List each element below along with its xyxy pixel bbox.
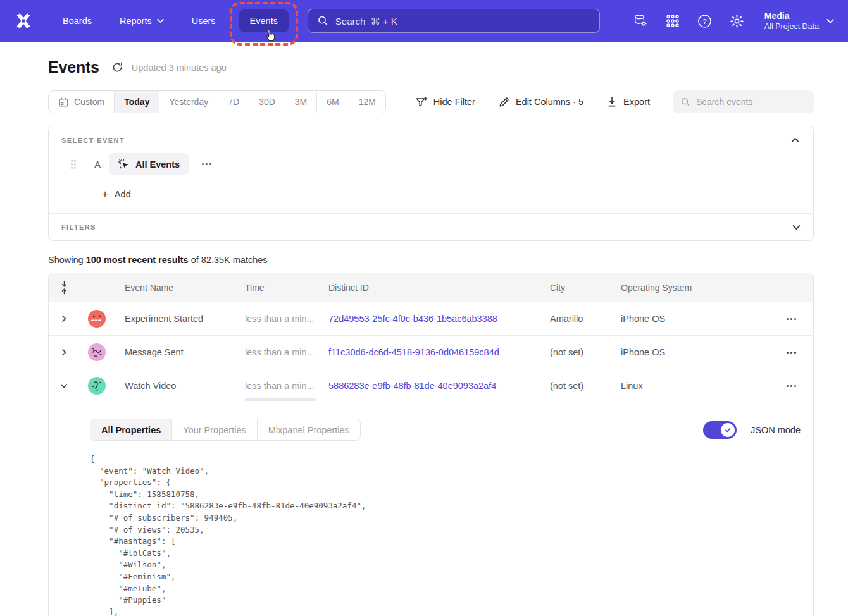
os-cell: iPhone OS [611, 314, 750, 324]
chevron-down-icon [157, 18, 164, 23]
date-range-custom[interactable]: Custom [49, 91, 115, 113]
os-cell: Linux [611, 381, 750, 391]
event-row-letter: A [92, 159, 103, 169]
hide-filter-label: Hide Filter [433, 97, 475, 107]
apps-grid-icon[interactable] [665, 13, 680, 28]
table-row-expanded: Watch Video less than a min... 5886283e-… [49, 369, 813, 402]
date-range-label: 12M [359, 97, 376, 107]
row-more-options-button[interactable] [786, 385, 813, 388]
column-header-distinct-id[interactable]: Distinct ID [318, 283, 540, 293]
chevron-down-icon [60, 382, 68, 390]
top-navbar: Boards Reports Users Events [0, 0, 848, 42]
search-events-input[interactable] [696, 97, 806, 107]
add-event-button[interactable]: + Add [102, 188, 801, 200]
page-title: Events [48, 58, 99, 77]
event-more-options-button[interactable] [199, 160, 215, 168]
export-button[interactable]: Export [606, 96, 650, 108]
results-count: 100 most recent results [86, 255, 189, 265]
cursor-click-icon [118, 158, 130, 170]
ellipsis-icon [786, 385, 797, 388]
results-suffix: of 82.35K matches [189, 255, 268, 265]
ellipsis-icon [786, 317, 797, 321]
time-cell: less than a min... [235, 302, 318, 335]
collapse-select-event-button[interactable] [790, 136, 801, 144]
column-header-os[interactable]: Operating System [611, 283, 750, 293]
drag-handle-icon[interactable] [70, 159, 77, 169]
chevron-right-icon [60, 315, 68, 323]
row-more-options-button[interactable] [786, 317, 813, 321]
date-range-7d[interactable]: 7D [218, 91, 249, 113]
json-mode-toggle[interactable] [703, 421, 737, 439]
tab-mixpanel-properties[interactable]: Mixpanel Properties [258, 419, 360, 440]
search-icon [318, 15, 328, 27]
search-icon [681, 97, 690, 108]
date-range-3m[interactable]: 3M [285, 91, 317, 113]
row-more-options-button[interactable] [786, 351, 813, 354]
events-table: Event Name Time Distinct ID City Operati… [48, 273, 814, 616]
expand-row-button[interactable] [49, 315, 79, 323]
expand-row-button[interactable] [49, 348, 79, 356]
help-icon[interactable]: ? [697, 13, 713, 28]
sort-order-button[interactable] [49, 281, 79, 295]
data-management-icon[interactable] [633, 13, 648, 28]
table-row: Message Sent less than a min... f11c30d6… [49, 335, 813, 369]
city-cell: (not set) [540, 347, 611, 357]
project-name: Media [764, 10, 819, 22]
results-summary: Showing 100 most recent results of 82.35… [48, 255, 814, 265]
column-header-time[interactable]: Time [235, 283, 318, 293]
refresh-button[interactable] [112, 62, 123, 73]
date-range-yesterday[interactable]: Yesterday [159, 91, 218, 113]
chevron-down-icon [826, 18, 834, 24]
nav-item-label: Users [192, 16, 216, 26]
column-header-city[interactable]: City [540, 283, 611, 293]
global-search-input[interactable] [335, 16, 590, 27]
table-header-row: Event Name Time Distinct ID City Operati… [49, 273, 813, 302]
date-range-label: Yesterday [169, 97, 208, 107]
event-json-viewer[interactable]: { "event": "Watch Video", "properties": … [90, 453, 801, 616]
event-detail-panel: All Properties Your Properties Mixpanel … [49, 402, 813, 616]
tab-your-properties[interactable]: Your Properties [172, 419, 257, 440]
date-range-label: 7D [228, 97, 239, 107]
search-events-field[interactable] [673, 90, 814, 113]
date-range-30d[interactable]: 30D [249, 91, 285, 113]
edit-columns-button[interactable]: Edit Columns · 5 [498, 96, 583, 108]
city-cell: Amarillo [540, 314, 611, 324]
horizontal-scrollbar[interactable] [245, 398, 316, 401]
select-event-label: SELECT EVENT [61, 137, 125, 144]
results-prefix: Showing [48, 255, 86, 265]
check-icon [724, 426, 732, 434]
os-cell: iPhone OS [611, 347, 750, 357]
project-scope: All Project Data [764, 22, 819, 32]
date-range-control: Custom Today Yesterday 7D 30D 3M 6M 12M [48, 90, 386, 113]
global-search[interactable] [308, 9, 600, 33]
settings-gear-icon[interactable] [730, 13, 745, 28]
hide-filter-button[interactable]: Hide Filter [415, 96, 475, 108]
properties-tabs: All Properties Your Properties Mixpanel … [90, 419, 361, 441]
filters-section-toggle[interactable]: FILTERS [49, 214, 813, 240]
nav-item-boards[interactable]: Boards [52, 9, 103, 32]
distinct-id-link[interactable]: 72d49553-25fc-4f0c-b436-1b5ac6ab3388 [328, 314, 497, 324]
collapse-row-button[interactable] [49, 382, 79, 390]
nav-item-label: Reports [120, 16, 152, 26]
date-range-today[interactable]: Today [115, 91, 159, 113]
distinct-id-link[interactable]: 5886283e-e9fb-48fb-81de-40e9093a2af4 [328, 381, 496, 391]
event-selector-pill[interactable]: All Events [109, 153, 189, 175]
plus-icon: + [102, 188, 108, 200]
date-range-6m[interactable]: 6M [317, 91, 349, 113]
project-selector[interactable]: Media All Project Data [764, 10, 834, 32]
export-label: Export [623, 97, 650, 107]
city-cell: (not set) [540, 381, 611, 391]
event-avatar [88, 343, 106, 361]
nav-item-reports[interactable]: Reports [109, 9, 175, 32]
mixpanel-logo-icon[interactable] [11, 9, 35, 33]
query-builder-card: SELECT EVENT A [48, 126, 814, 241]
column-header-event-name[interactable]: Event Name [115, 283, 235, 293]
tab-all-properties[interactable]: All Properties [90, 419, 172, 440]
event-name-cell: Message Sent [115, 347, 235, 357]
tab-label: All Properties [101, 425, 161, 435]
nav-item-users[interactable]: Users [181, 9, 227, 32]
sort-arrows-icon [60, 281, 68, 295]
date-range-12m[interactable]: 12M [349, 91, 385, 113]
distinct-id-link[interactable]: f11c30d6-dc6d-4518-9136-0d046159c84d [328, 347, 499, 357]
edit-columns-label: Edit Columns · 5 [516, 97, 583, 107]
